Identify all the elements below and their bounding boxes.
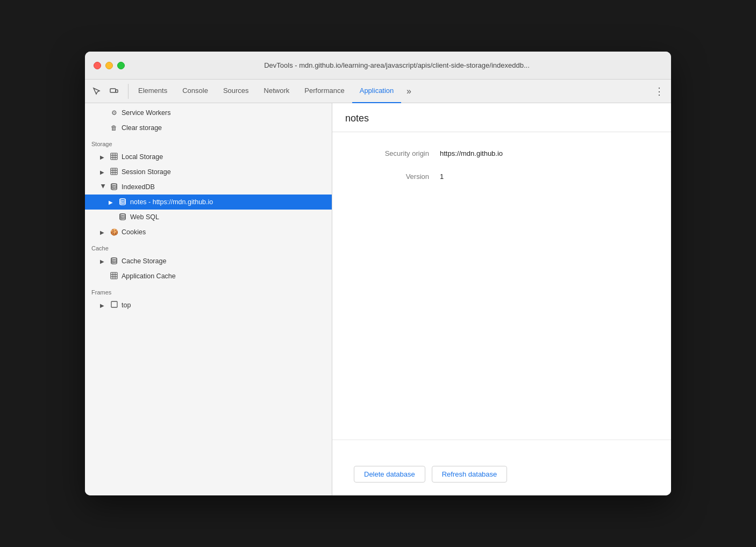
action-buttons-row: Delete database Refresh database	[332, 453, 671, 495]
sidebar-label-local-storage: Local Storage	[122, 153, 163, 161]
cache-storage-arrow: ▶	[100, 258, 106, 264]
maximize-button[interactable]	[117, 62, 125, 69]
tab-sources[interactable]: Sources	[216, 80, 256, 103]
sidebar-label-clear-storage: Clear storage	[122, 124, 162, 132]
db-title: notes	[345, 113, 658, 124]
service-workers-icon: ⚙	[110, 109, 118, 117]
sidebar-label-session-storage: Session Storage	[122, 168, 171, 176]
toolbar-right: ⋮	[652, 84, 667, 99]
devtools-toolbar: Elements Console Sources Network Perform…	[85, 80, 671, 103]
devtools-tabs: Elements Console Sources Network Perform…	[131, 80, 416, 103]
tab-application[interactable]: Application	[352, 80, 402, 103]
version-row: Version 1	[354, 172, 650, 181]
device-toolbar-button[interactable]	[106, 84, 122, 99]
sidebar-item-cookies[interactable]: ▶ 🍪 Cookies	[85, 225, 332, 240]
svg-rect-16	[111, 272, 117, 279]
refresh-database-button[interactable]: Refresh database	[432, 466, 508, 483]
sidebar-label-service-workers: Service Workers	[122, 109, 170, 117]
clear-storage-icon: 🗑	[110, 124, 118, 132]
main-layout: ⚙ Service Workers 🗑 Clear storage Storag…	[85, 103, 671, 495]
tab-console[interactable]: Console	[175, 80, 216, 103]
version-label: Version	[354, 172, 440, 181]
svg-rect-0	[110, 89, 116, 92]
sidebar-item-session-storage[interactable]: ▶ Session Storage	[85, 164, 332, 179]
local-storage-arrow: ▶	[100, 154, 106, 160]
sidebar-label-notes-db: notes - https://mdn.github.io	[130, 198, 213, 206]
sidebar-item-app-cache[interactable]: Application Cache	[85, 269, 332, 284]
devtools-menu-button[interactable]: ⋮	[652, 84, 667, 99]
toolbar-icons	[89, 84, 129, 99]
sidebar-item-web-sql[interactable]: Web SQL	[85, 210, 332, 225]
delete-database-button[interactable]: Delete database	[354, 466, 425, 483]
sidebar-label-indexed-db: IndexedDB	[122, 183, 155, 191]
top-frame-arrow: ▶	[100, 303, 106, 308]
cache-section-header: Cache	[85, 240, 332, 254]
sidebar: ⚙ Service Workers 🗑 Clear storage Storag…	[85, 103, 332, 495]
svg-point-12	[111, 183, 117, 185]
svg-point-15	[111, 257, 117, 260]
inspect-element-button[interactable]	[89, 84, 104, 99]
sidebar-item-clear-storage[interactable]: 🗑 Clear storage	[85, 120, 332, 135]
cookies-arrow: ▶	[100, 229, 106, 235]
titlebar: DevTools - mdn.github.io/learning-area/j…	[85, 52, 671, 80]
notes-db-arrow: ▶	[109, 199, 115, 205]
close-button[interactable]	[94, 62, 101, 69]
svg-rect-2	[111, 153, 117, 160]
minimize-button[interactable]	[105, 62, 113, 69]
cookies-icon: 🍪	[110, 228, 118, 236]
sidebar-label-top-frame: top	[122, 301, 131, 309]
version-value: 1	[440, 172, 444, 181]
sidebar-item-local-storage[interactable]: ▶ Local Storage	[85, 149, 332, 164]
traffic-lights	[94, 62, 125, 69]
svg-rect-7	[111, 168, 117, 175]
indexed-db-arrow: ▶	[101, 184, 106, 190]
storage-section-header: Storage	[85, 135, 332, 149]
frames-section-header: Frames	[85, 284, 332, 298]
cache-storage-icon	[110, 257, 118, 266]
content-header: notes	[332, 103, 671, 132]
app-cache-icon	[110, 272, 118, 281]
sidebar-label-cache-storage: Cache Storage	[122, 257, 166, 265]
devtools-window: DevTools - mdn.github.io/learning-area/j…	[85, 52, 671, 495]
sidebar-label-web-sql: Web SQL	[130, 213, 159, 221]
security-origin-row: Security origin https://mdn.github.io	[354, 149, 650, 157]
security-origin-label: Security origin	[354, 149, 440, 157]
frame-icon	[110, 301, 118, 310]
sidebar-item-top-frame[interactable]: ▶ top	[85, 298, 332, 313]
sidebar-label-app-cache: Application Cache	[122, 272, 176, 280]
sidebar-item-cache-storage[interactable]: ▶ Cache Storage	[85, 254, 332, 269]
session-storage-icon	[110, 168, 118, 177]
svg-point-14	[120, 213, 126, 215]
indexed-db-icon	[110, 183, 118, 192]
tab-elements[interactable]: Elements	[131, 80, 175, 103]
content-divider	[332, 440, 671, 440]
tab-performance[interactable]: Performance	[297, 80, 352, 103]
security-origin-value: https://mdn.github.io	[440, 149, 503, 157]
content-body: Security origin https://mdn.github.io Ve…	[332, 132, 671, 427]
svg-point-13	[120, 198, 126, 200]
content-panel: notes Security origin https://mdn.github…	[332, 103, 671, 495]
sidebar-item-notes-db[interactable]: ▶ notes - https://mdn.github.io	[85, 195, 332, 210]
svg-rect-21	[111, 301, 117, 307]
web-sql-icon	[118, 213, 127, 222]
session-storage-arrow: ▶	[100, 169, 106, 175]
sidebar-label-cookies: Cookies	[122, 228, 146, 236]
window-title: DevTools - mdn.github.io/learning-area/j…	[131, 61, 662, 69]
sidebar-item-indexed-db[interactable]: ▶ IndexedDB	[85, 179, 332, 195]
local-storage-icon	[110, 153, 118, 162]
notes-db-icon	[118, 198, 127, 207]
svg-rect-1	[116, 90, 118, 92]
tab-network[interactable]: Network	[256, 80, 297, 103]
sidebar-item-service-workers[interactable]: ⚙ Service Workers	[85, 105, 332, 120]
more-tabs-button[interactable]: »	[401, 84, 416, 99]
